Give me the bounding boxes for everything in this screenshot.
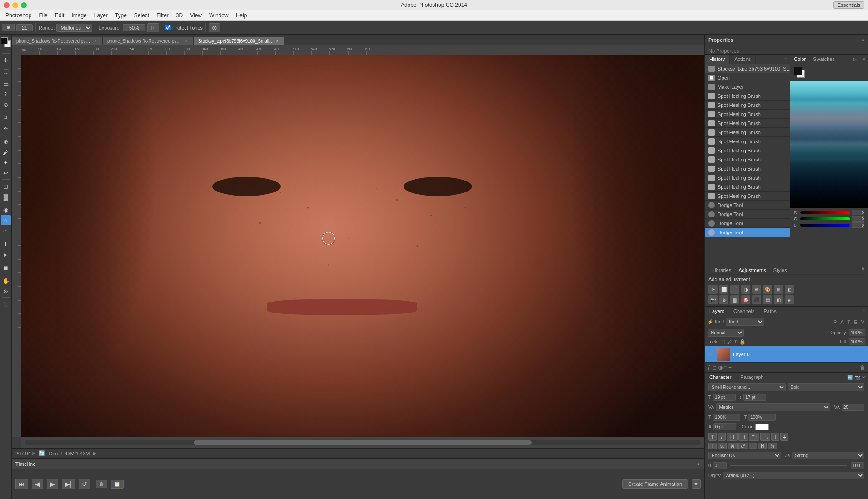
history-item-shb-4[interactable]: Spot Healing Brush bbox=[705, 119, 790, 128]
anti-alias-select[interactable]: Strong Crisp Sharp Smooth None bbox=[792, 452, 864, 459]
kerning-select[interactable]: Metrics Optical 0 bbox=[716, 403, 831, 411]
add-style-btn[interactable]: ƒ bbox=[708, 364, 711, 371]
adj-channel-mixer[interactable]: ⊗ bbox=[719, 295, 728, 304]
menu-file[interactable]: File bbox=[35, 11, 51, 20]
fmt-superscript[interactable]: Ts bbox=[749, 433, 759, 441]
fmt-underline[interactable]: T bbox=[771, 433, 779, 441]
tool-quick-select[interactable]: ⊙ bbox=[1, 100, 11, 110]
range-select[interactable]: Shadows Midtones Highlights bbox=[56, 24, 92, 32]
protect-tones-checkbox[interactable] bbox=[165, 25, 171, 30]
exposure-adjust-btn[interactable]: ⊡ bbox=[147, 23, 159, 32]
properties-menu-btn[interactable]: ≡ bbox=[862, 37, 864, 42]
doc-info-btn[interactable]: ▶ bbox=[93, 451, 97, 456]
menu-edit[interactable]: Edit bbox=[51, 11, 68, 20]
timeline-prev-btn[interactable]: ◀ bbox=[32, 479, 43, 489]
tool-screen-mode[interactable]: ⬛ bbox=[1, 299, 11, 309]
h-scrollbar-track[interactable] bbox=[25, 440, 701, 445]
fmt-small-caps[interactable]: Tt bbox=[738, 433, 748, 441]
lock-all-btn[interactable]: 🔒 bbox=[739, 339, 746, 345]
tool-hand[interactable]: ✋ bbox=[1, 276, 11, 286]
fmt-lig[interactable]: fi bbox=[708, 443, 717, 449]
char-icon-3[interactable]: ✕ bbox=[862, 375, 865, 380]
color-panel-expand-btn[interactable]: ▷ bbox=[851, 55, 860, 64]
adj-tab-adjustments[interactable]: Adjustments bbox=[735, 266, 770, 274]
tool-move[interactable]: ✢ bbox=[1, 55, 11, 65]
timeline-first-btn[interactable]: ⏮ bbox=[15, 479, 28, 489]
char-color-swatch[interactable] bbox=[755, 424, 769, 430]
tool-gradient[interactable]: ▓ bbox=[1, 192, 11, 202]
adj-black-white[interactable]: ◐ bbox=[785, 285, 794, 294]
layers-tab-channels[interactable]: Channels bbox=[729, 307, 759, 316]
tool-eraser[interactable]: ◻ bbox=[1, 181, 11, 191]
r-value[interactable] bbox=[852, 210, 864, 215]
brush-size-input[interactable] bbox=[16, 24, 33, 31]
r-slider[interactable] bbox=[800, 211, 850, 214]
fill-input[interactable] bbox=[849, 338, 865, 345]
tab-0[interactable]: phone_Shadows fix-Recovered.psd @ 8.33..… bbox=[12, 37, 103, 45]
create-frame-dropdown-btn[interactable]: ▼ bbox=[692, 479, 701, 489]
color-tab-color[interactable]: Color bbox=[790, 55, 809, 64]
blend-mode-select[interactable]: Normal bbox=[708, 329, 744, 337]
foreground-color[interactable] bbox=[1, 37, 8, 44]
tool-healing[interactable]: ⊕ bbox=[1, 136, 11, 146]
menu-select[interactable]: Select bbox=[130, 11, 153, 20]
tool-dodge[interactable]: ○ bbox=[1, 215, 11, 225]
history-item-make-layer[interactable]: ⬚ Make Layer bbox=[705, 82, 790, 91]
adj-levels[interactable]: ⬜ bbox=[719, 285, 728, 294]
layers-filter-icon-5[interactable]: V bbox=[860, 318, 865, 326]
create-frame-animation-btn[interactable]: Create Frame Animation bbox=[622, 479, 688, 489]
tool-stamp[interactable]: ✦ bbox=[1, 157, 11, 167]
history-item-shb-8[interactable]: Spot Healing Brush bbox=[705, 155, 790, 164]
close-button[interactable] bbox=[4, 2, 10, 8]
menu-filter[interactable]: Filter bbox=[153, 11, 172, 20]
history-panel-menu[interactable]: ≡ bbox=[782, 55, 790, 64]
timeline-next-btn[interactable]: ▶| bbox=[62, 479, 75, 489]
history-item-shb-6[interactable]: Spot Healing Brush bbox=[705, 137, 790, 146]
layers-panel-menu[interactable]: ≡ bbox=[860, 307, 868, 316]
history-item-dodge-2[interactable]: Dodge Tool bbox=[705, 210, 790, 219]
menu-window[interactable]: Window bbox=[205, 11, 232, 20]
timeline-loop-btn[interactable]: ↺ bbox=[79, 479, 90, 489]
lock-image-btn[interactable]: 🖌 bbox=[727, 339, 732, 345]
tool-blur[interactable]: ◉ bbox=[1, 205, 11, 215]
adj-threshold[interactable]: ◧ bbox=[774, 295, 783, 304]
tool-type[interactable]: T bbox=[1, 239, 11, 249]
sample-btn[interactable]: ⊗ bbox=[209, 23, 220, 32]
menu-image[interactable]: Image bbox=[68, 11, 90, 20]
new-adjustment-btn[interactable]: ◑ bbox=[718, 364, 723, 371]
color-gradient[interactable] bbox=[790, 81, 868, 208]
font-size-input[interactable] bbox=[713, 394, 736, 401]
tab-close-2[interactable]: × bbox=[276, 39, 279, 44]
adj-invert[interactable]: ⬛ bbox=[752, 295, 761, 304]
adj-hdr[interactable]: ◈ bbox=[785, 295, 794, 304]
maximize-button[interactable] bbox=[21, 2, 27, 8]
tool-crop[interactable]: ⌗ bbox=[1, 113, 11, 123]
layers-filter-icon-2[interactable]: A bbox=[839, 318, 844, 326]
timeline-collapse-btn[interactable]: ▲ bbox=[696, 461, 701, 466]
tab-close-1[interactable]: × bbox=[185, 39, 188, 44]
adj-panel-menu[interactable]: ≡ bbox=[862, 266, 864, 274]
adj-gradient-map[interactable]: ▓ bbox=[730, 295, 739, 304]
history-item-shb-12[interactable]: Spot Healing Brush bbox=[705, 192, 790, 201]
fmt-uppercase[interactable]: TT bbox=[727, 433, 738, 441]
history-item-dodge-3[interactable]: Dodge Tool bbox=[705, 219, 790, 228]
adj-tab-styles[interactable]: Styles bbox=[770, 266, 791, 274]
g-slider[interactable] bbox=[800, 217, 850, 220]
adj-tab-libraries[interactable]: Libraries bbox=[708, 266, 735, 274]
baseline-input[interactable] bbox=[713, 423, 736, 430]
font-family-select[interactable]: Snell Roundhand ... bbox=[708, 383, 786, 391]
fmt-italic[interactable]: T bbox=[718, 433, 726, 441]
history-item-shb-7[interactable]: Spot Healing Brush bbox=[705, 146, 790, 155]
workspace-button[interactable]: Essentials bbox=[833, 1, 864, 9]
fmt-ord[interactable]: aª bbox=[738, 443, 748, 449]
tool-history-brush[interactable]: ↩ bbox=[1, 168, 11, 178]
layers-filter-icon-1[interactable]: P bbox=[833, 318, 838, 326]
fmt-bold[interactable]: T bbox=[708, 433, 717, 441]
tool-zoom[interactable]: ⊙ bbox=[1, 286, 11, 296]
fg-bg-colors[interactable] bbox=[1, 37, 11, 50]
font-style-select[interactable]: Bold bbox=[788, 383, 865, 391]
delete-layer-btn[interactable]: 🗑 bbox=[860, 364, 865, 371]
tool-shape[interactable]: ◼ bbox=[1, 262, 11, 272]
tool-brush[interactable]: 🖌 bbox=[1, 147, 11, 157]
protect-tones-label[interactable]: Protect Tones bbox=[165, 25, 203, 30]
